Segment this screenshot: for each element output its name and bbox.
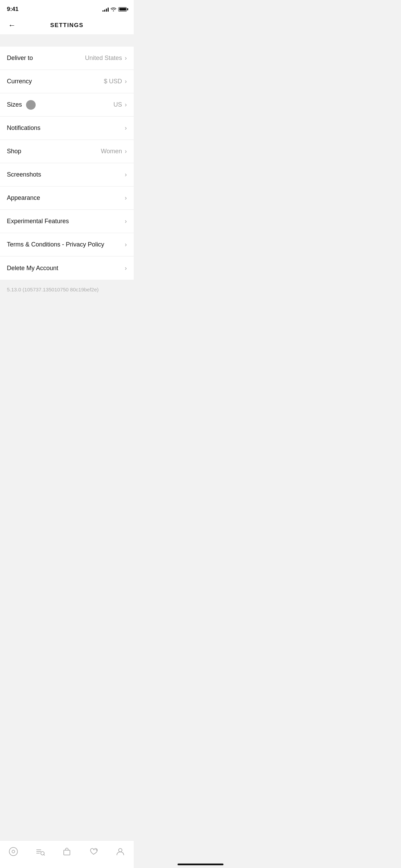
currency-value: $ USD	[104, 78, 122, 85]
chevron-right-icon: ›	[125, 78, 127, 85]
terms-label: Terms & Conditions - Privacy Policy	[7, 241, 104, 248]
settings-item-notifications[interactable]: Notifications ›	[0, 117, 134, 140]
chevron-right-icon: ›	[125, 55, 127, 62]
section-divider	[0, 34, 134, 47]
settings-item-sizes[interactable]: Sizes US ›	[0, 93, 134, 117]
settings-item-delete-account[interactable]: Delete My Account ›	[0, 256, 134, 280]
deliver-to-value: United States	[85, 55, 122, 62]
page-title: SETTINGS	[50, 22, 83, 29]
chevron-right-icon: ›	[125, 148, 127, 155]
settings-item-appearance[interactable]: Appearance ›	[0, 186, 134, 210]
wifi-icon	[111, 7, 116, 11]
status-time: 9:41	[7, 6, 19, 13]
battery-icon	[118, 7, 127, 12]
bottom-spacer	[0, 299, 134, 354]
appearance-label: Appearance	[7, 194, 40, 202]
chevron-right-icon: ›	[125, 218, 127, 225]
sizes-label: Sizes	[7, 101, 22, 108]
sizes-dot-icon	[26, 100, 36, 110]
settings-item-experimental[interactable]: Experimental Features ›	[0, 210, 134, 233]
chevron-right-icon: ›	[125, 124, 127, 132]
version-text: 5.13.0 (105737.135010750 80c19bef2e)	[0, 280, 134, 299]
chevron-right-icon: ›	[125, 241, 127, 248]
back-button[interactable]: ←	[7, 20, 17, 31]
settings-item-currency[interactable]: Currency $ USD ›	[0, 70, 134, 93]
deliver-to-label: Deliver to	[7, 55, 33, 62]
chevron-right-icon: ›	[125, 101, 127, 108]
settings-item-screenshots[interactable]: Screenshots ›	[0, 163, 134, 186]
notifications-label: Notifications	[7, 124, 40, 132]
settings-item-terms[interactable]: Terms & Conditions - Privacy Policy ›	[0, 233, 134, 256]
settings-list: Deliver to United States › Currency $ US…	[0, 47, 134, 280]
currency-label: Currency	[7, 78, 32, 85]
header: ← SETTINGS	[0, 16, 134, 34]
status-bar: 9:41	[0, 0, 134, 16]
chevron-right-icon: ›	[125, 171, 127, 178]
settings-item-deliver-to[interactable]: Deliver to United States ›	[0, 47, 134, 70]
chevron-right-icon: ›	[125, 265, 127, 272]
status-icons	[102, 7, 127, 12]
sizes-value: US	[113, 101, 122, 108]
shop-value: Women	[101, 148, 122, 155]
delete-account-label: Delete My Account	[7, 265, 58, 272]
screenshots-label: Screenshots	[7, 171, 41, 178]
chevron-right-icon: ›	[125, 194, 127, 202]
settings-item-shop[interactable]: Shop Women ›	[0, 140, 134, 163]
shop-label: Shop	[7, 148, 21, 155]
experimental-label: Experimental Features	[7, 218, 69, 225]
signal-icon	[102, 7, 109, 12]
